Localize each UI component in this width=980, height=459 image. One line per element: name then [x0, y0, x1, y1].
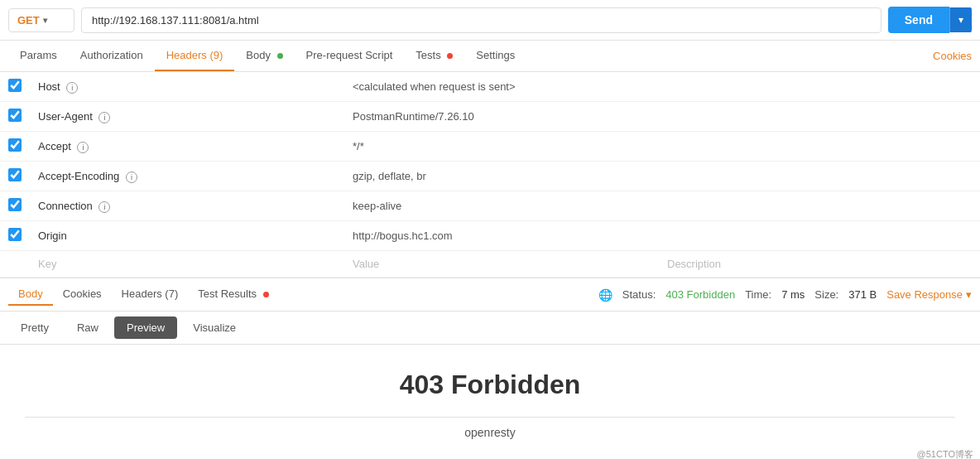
resp-tab-cookies[interactable]: Cookies: [53, 283, 112, 306]
header-checkbox-5[interactable]: [8, 198, 22, 211]
url-bar: GET ▾ Send ▾: [0, 0, 980, 41]
response-status-bar: 🌐 Status: 403 Forbidden Time: 7 ms Size:…: [598, 288, 972, 302]
view-tab-visualize[interactable]: Visualize: [180, 316, 248, 339]
header-placeholder-row: Key Value Description: [0, 251, 980, 278]
tab-prerequest[interactable]: Pre-request Script: [295, 41, 405, 71]
header-checkbox-6[interactable]: [8, 228, 22, 241]
size-label: Size:: [814, 288, 838, 301]
response-title: 403 Forbidden: [25, 370, 955, 400]
table-row: Origin http://bogus.hc1.com: [0, 221, 980, 251]
view-tab-pretty[interactable]: Pretty: [8, 316, 61, 339]
header-checkbox-2[interactable]: [8, 109, 22, 122]
tests-badge: [447, 53, 453, 59]
info-icon-2[interactable]: i: [98, 112, 110, 123]
table-row: Accept-Encoding i gzip, deflate, br: [0, 162, 980, 191]
response-tabs-bar: Body Cookies Headers (7) Test Results 🌐 …: [0, 278, 980, 312]
status-value: 403 Forbidden: [665, 288, 735, 301]
save-response-button[interactable]: Save Response ▾: [886, 288, 972, 301]
table-row: User-Agent i PostmanRuntime/7.26.10: [0, 102, 980, 132]
header-value-6: http://bogus.hc1.com: [344, 221, 659, 251]
placeholder-description: Description: [659, 251, 980, 278]
resp-tab-testresults[interactable]: Test Results: [188, 283, 278, 306]
cookies-link[interactable]: Cookies: [933, 50, 972, 62]
view-tabs: Pretty Raw Preview Visualize: [0, 312, 980, 345]
send-button[interactable]: Send: [888, 7, 949, 33]
method-select[interactable]: GET ▾: [8, 8, 74, 32]
watermark: @51CTO博客: [917, 448, 973, 459]
globe-icon: 🌐: [598, 288, 612, 302]
tab-authorization[interactable]: Authorization: [69, 41, 155, 71]
placeholder-key: Key: [30, 251, 344, 278]
method-label: GET: [17, 14, 40, 27]
request-tabs: Params Authorization Headers (9) Body Pr…: [0, 41, 980, 72]
info-icon-3[interactable]: i: [77, 142, 89, 153]
headers-table: Host i <calculated when request is sent>…: [0, 72, 980, 278]
header-key-1: Host: [38, 80, 60, 93]
table-row: Host i <calculated when request is sent>: [0, 72, 980, 102]
header-value-5: keep-alive: [344, 191, 659, 221]
time-value: 7 ms: [781, 288, 805, 301]
tab-settings[interactable]: Settings: [464, 41, 526, 71]
size-value: 371 B: [848, 288, 877, 301]
table-row: Accept i */*: [0, 132, 980, 162]
view-tab-raw[interactable]: Raw: [65, 316, 111, 339]
send-button-group: Send ▾: [888, 7, 972, 33]
header-checkbox-4[interactable]: [8, 168, 22, 181]
body-badge: [277, 53, 283, 59]
request-tabs-list: Params Authorization Headers (9) Body Pr…: [8, 41, 526, 71]
tab-tests[interactable]: Tests: [404, 41, 464, 71]
tab-params[interactable]: Params: [8, 41, 69, 71]
header-desc-5: [659, 191, 980, 221]
header-value-1: <calculated when request is sent>: [344, 72, 659, 102]
info-icon-4[interactable]: i: [126, 172, 137, 183]
header-desc-6: [659, 221, 980, 251]
status-label: Status:: [622, 288, 656, 301]
header-key-3: Accept: [38, 140, 71, 152]
resp-tab-headers[interactable]: Headers (7): [112, 283, 189, 306]
header-desc-1: [659, 72, 980, 102]
header-key-5: Connection: [38, 200, 93, 212]
header-value-3: */*: [344, 132, 659, 162]
info-icon-1[interactable]: i: [66, 82, 78, 94]
tab-headers[interactable]: Headers (9): [155, 41, 235, 71]
response-subtitle: openresty: [25, 426, 955, 439]
header-key-6: Origin: [38, 230, 67, 242]
header-value-2: PostmanRuntime/7.26.10: [344, 102, 659, 132]
header-desc-4: [659, 162, 980, 191]
time-label: Time:: [745, 288, 771, 301]
resp-tab-body[interactable]: Body: [8, 283, 53, 306]
header-value-4: gzip, deflate, br: [344, 162, 659, 191]
header-desc-3: [659, 132, 980, 162]
response-body: 403 Forbidden openresty: [0, 345, 980, 459]
info-icon-5[interactable]: i: [98, 201, 110, 213]
placeholder-value: Value: [344, 251, 659, 278]
header-key-2: User-Agent: [38, 110, 93, 123]
send-dropdown-button[interactable]: ▾: [949, 7, 972, 32]
header-key-4: Accept-Encoding: [38, 170, 119, 182]
response-tabs-list: Body Cookies Headers (7) Test Results: [8, 283, 279, 306]
method-chevron-icon: ▾: [43, 16, 47, 25]
url-input[interactable]: [81, 7, 882, 33]
table-row: Connection i keep-alive: [0, 191, 980, 221]
response-divider: [25, 417, 955, 418]
view-tab-preview[interactable]: Preview: [114, 316, 177, 339]
header-desc-2: [659, 102, 980, 132]
tab-body[interactable]: Body: [234, 41, 294, 71]
header-checkbox-1[interactable]: [8, 79, 22, 92]
header-checkbox-3[interactable]: [8, 138, 22, 152]
test-results-badge: [263, 292, 269, 297]
